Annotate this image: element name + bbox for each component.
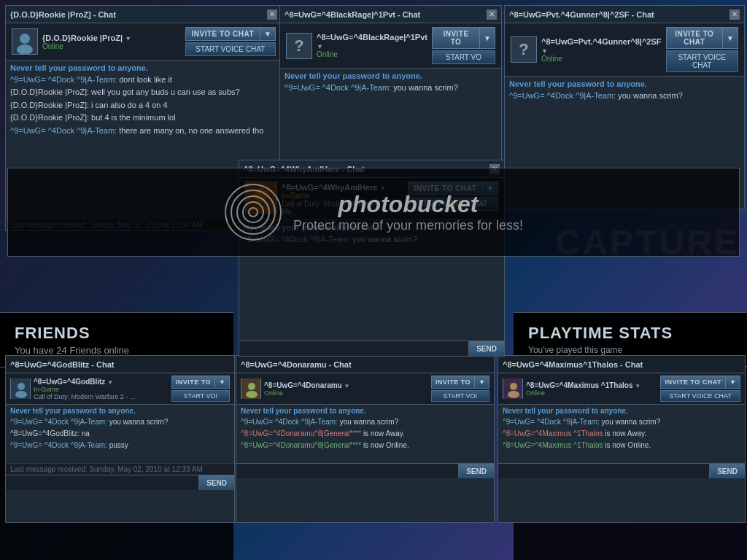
close-button-4[interactable]: ✕ [489,164,500,174]
friends-title: FRIENDS [15,324,219,343]
chat-header-1: {D.O.D}Rookie |ProZ| ▼ Online INVITE TO … [6,23,282,61]
mini-messages-1[interactable]: Never tell your password to anyone. ^9=U… [6,405,234,463]
msg-1-2: {D.O.D}Rookie |ProZ]: well you got any b… [10,87,277,98]
username-2: ^8=UwG=^4BlackRage|^1Pvt ▼ [317,33,427,50]
mini-msg-2-2: ^8=UwG=^4Donaramu^8|General**** is now A… [241,429,489,439]
invite-button-4[interactable]: INVITE TO CHAT [408,182,484,195]
mini-username-2: ^8=UwG=^4Donaramu ▼ [264,381,428,389]
chat-titlebar-3: ^8=UwG=Pvt.^4Gunner^8|^2SF - Chat ✕ [505,6,744,23]
send-button-4[interactable]: SEND [468,341,504,356]
msg-1-3: {D.O.D}Rookie |ProZ]: i can also do a 4 … [10,100,277,111]
mini-input-1[interactable] [6,475,198,490]
mini-invite-dropdown-3[interactable]: ▼ [726,376,740,389]
chat-header-2: ? ^8=UwG=^4BlackRage|^1Pvt ▼ Online INVI… [280,23,501,69]
mini-titlebar-1: ^8=UwG=^4GodBlitz - Chat [6,356,234,373]
mini-invite-dropdown-2[interactable]: ▼ [475,376,489,389]
close-button-2[interactable]: ✕ [487,9,497,20]
msg-1-4: {D.O.D}Rookie |ProZ]: but 4 is the minim… [10,112,277,123]
chat-header-4: ^8=UwG=^4WhyAmIHere ▼ In-Game Call of Du… [239,178,504,220]
chat-messages-3[interactable]: Never tell your password to anyone. ^9=U… [505,77,744,209]
mini-status-3: Online [526,389,657,397]
mini-msg-3-2: ^8=UwG=^4Maximus ^1Thalos is now Away. [503,429,740,439]
mini-warning-3: Never tell your password to anyone. [503,407,740,415]
mini-user-info-1: ^8=UwG=^4GodBlitz ▼ In-Game Call of Duty… [34,378,169,400]
voice-button-4[interactable]: START VOICE CHAT [408,197,498,211]
voice-button-3[interactable]: START VOICE CHAT [666,50,739,72]
username-3: ^8=UwG=Pvt.^4Gunner^8|^2SF ▼ [541,37,662,55]
mini-send-2[interactable]: SEND [458,464,494,478]
mini-invite-1[interactable]: INVITE TO [171,376,215,389]
close-button-1[interactable]: ✕ [267,9,277,20]
avatar-4 [245,182,277,214]
btn-row-2: INVITE TO ▼ START VO [432,27,495,64]
chat-messages-4[interactable]: Never tell your password to anyone. ^9=U… [239,220,504,341]
mini-user-info-2: ^8=UwG=^4Donaramu ▼ Online [264,381,428,397]
chat-window-whyamihere: ^8=UwG=^4WhyAmIHere - Chat ✕ ^8=UwG=^4Wh… [239,160,505,357]
chat-input-4[interactable] [239,341,468,356]
warning-1: Never tell your password to anyone. [10,63,277,72]
voice-button-2[interactable]: START VO [432,50,495,64]
user-info-3: ^8=UwG=Pvt.^4Gunner^8|^2SF ▼ Online [541,37,662,63]
mini-chat-donaramu: ^8=UwG=^4Donaramu - Chat ^8=UwG=^4Donara… [236,355,495,523]
mini-header-2: ^8=UwG=^4Donaramu ▼ Online INVITE TO ▼ S… [236,373,494,405]
msg-1-5: ^9=UwG= ^4Dock ^9|A-Team: there are many… [10,125,277,136]
user-info-2: ^8=UwG=^4BlackRage|^1Pvt ▼ Online [317,33,427,58]
btn-row-1: INVITE TO CHAT ▼ START VOICE CHAT [185,27,276,56]
capture-text: CAPTURE [555,222,740,262]
mini-title-2: ^8=UwG=^4Donaramu - Chat [241,360,352,369]
invite-button-1[interactable]: INVITE TO CHAT [185,27,261,41]
svg-point-6 [18,383,25,390]
playtime-subtitle: You've played this game [528,345,732,355]
mini-game-1: Call of Duty: Modern Warfare 2 - ... [34,393,169,400]
mini-chat-godblitz: ^8=UwG=^4GodBlitz - Chat ^8=UwG=^4GodBli… [5,355,235,523]
mini-msg-2-1: ^9=UwG= ^4Dock ^9|A-Team: you wanna scri… [241,417,489,427]
mini-chat-maximus: ^8=UwG=^4Maximus^1Thalos - Chat ^8=UwG=^… [498,355,746,523]
username-4: ^8=UwG=^4WhyAmIHere ▼ [282,183,403,192]
mini-input-3[interactable] [498,464,709,478]
user-info-1: {D.O.D}Rookie |ProZ| ▼ Online [42,34,181,50]
mini-username-1: ^8=UwG=^4GodBlitz ▼ [34,378,169,386]
msg-3-1: ^9=UwG= ^4Dock ^9|A-Team: you wanna scri… [509,90,740,101]
mini-warning-2: Never tell your password to anyone. [241,407,489,415]
invite-dropdown-2[interactable]: ▼ [480,27,495,49]
msg-1-1: ^9=UwG= ^4Dock ^9|A-Team: dont look like… [10,74,277,85]
mini-voice-2[interactable]: START VOI [431,390,489,402]
svg-point-12 [510,383,517,390]
invite-dropdown-4[interactable]: ▼ [483,182,498,195]
invite-button-3[interactable]: INVITE TO CHAT [666,27,724,49]
msg-4-1: ^9=UwG= ^4Dock ^9|A-Team: you wanna scri… [244,234,500,245]
mini-invite-2[interactable]: INVITE TO [431,376,475,389]
chat-title-3: ^8=UwG=Pvt.^4Gunner^8|^2SF - Chat [509,10,654,19]
chat-titlebar-4: ^8=UwG=^4WhyAmIHere - Chat ✕ [239,160,504,178]
status-1: Online [42,42,181,50]
mini-warning-1: Never tell your password to anyone. [10,407,230,415]
mini-titlebar-3: ^8=UwG=^4Maximus^1Thalos - Chat [498,356,745,373]
mini-invite-3[interactable]: INVITE TO CHAT [660,376,726,389]
mini-voice-1[interactable]: START VOI [171,390,230,402]
mini-msg-1-3: ^9=UwG= ^4Dock ^9|A-Team: pussy [10,440,230,451]
warning-3: Never tell your password to anyone. [509,79,740,88]
mini-input-2[interactable] [236,464,458,478]
warning-2: Never tell your password to anyone. [285,71,497,80]
mini-msg-2-3: ^8=UwG=^4Donaramu^8|General**** is now O… [241,440,489,451]
voice-button-1[interactable]: START VOICE CHAT [185,42,276,56]
mini-messages-3[interactable]: Never tell your password to anyone. ^9=U… [498,405,745,463]
svg-point-10 [246,391,258,398]
chat-title-4: ^8=UwG=^4WhyAmIHere - Chat [244,165,365,174]
playtime-title: PLAYTIME STATS [528,324,732,343]
mini-avatar-1 [10,378,31,399]
chat-titlebar-1: {D.O.D}Rookie |ProZ] - Chat ✕ [6,6,282,23]
mini-username-3: ^8=UwG=^4Maximus ^1Thalos ▼ [526,381,657,389]
invite-button-2[interactable]: INVITE TO [432,27,480,49]
invite-dropdown-3[interactable]: ▼ [723,27,738,49]
invite-dropdown-1[interactable]: ▼ [260,27,276,41]
avatar-1 [12,28,38,55]
mini-voice-3[interactable]: START VOICE CHAT [660,390,740,402]
mini-input-row-3: SEND [498,463,745,478]
close-button-3[interactable]: ✕ [729,9,740,20]
mini-send-3[interactable]: SEND [709,464,745,478]
mini-invite-dropdown-1[interactable]: ▼ [215,376,230,389]
mini-send-1[interactable]: SEND [198,475,234,490]
mini-messages-2[interactable]: Never tell your password to anyone. ^9=U… [236,405,494,463]
mini-user-info-3: ^8=UwG=^4Maximus ^1Thalos ▼ Online [526,381,657,397]
